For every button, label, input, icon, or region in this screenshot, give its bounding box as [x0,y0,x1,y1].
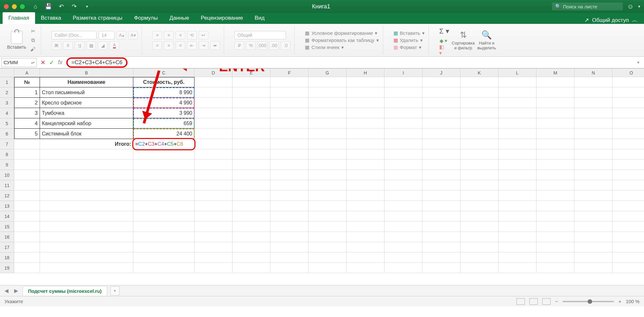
cell[interactable] [308,118,346,129]
cell[interactable] [460,191,498,201]
cell[interactable] [536,253,574,263]
row-10[interactable]: 10 [0,170,14,180]
cell[interactable] [14,242,40,253]
cell[interactable] [384,191,422,201]
cell[interactable] [194,160,232,170]
cell[interactable] [270,201,308,211]
delete-cells-button[interactable]: ▦Удалить ▾ [393,37,425,43]
cell[interactable] [346,222,384,232]
cell[interactable] [14,211,40,222]
cell[interactable] [270,108,308,118]
cell[interactable] [384,263,422,273]
cell[interactable] [536,170,574,180]
cell[interactable] [422,160,460,170]
cell[interactable] [308,253,346,263]
cell[interactable] [422,263,460,273]
col-B[interactable]: B [40,69,133,77]
cell[interactable] [40,191,133,201]
cell[interactable] [346,160,384,170]
col-D[interactable]: D [194,69,232,77]
cell[interactable] [194,180,232,191]
cell[interactable] [232,149,270,160]
cell[interactable] [574,108,612,118]
cell[interactable] [536,129,574,139]
row-12[interactable]: 12 [0,191,14,201]
cell[interactable] [422,118,460,129]
cell[interactable] [384,211,422,222]
view-page-break-icon[interactable] [542,298,551,305]
row-9[interactable]: 9 [0,160,14,170]
cell[interactable] [536,118,574,129]
align-middle-icon[interactable]: ≡ [164,31,174,39]
cell[interactable] [308,191,346,201]
close-window-icon[interactable] [4,4,9,9]
title-chevron-icon[interactable]: ▾ [638,4,640,9]
cell[interactable] [194,129,232,139]
col-M[interactable]: M [536,69,574,77]
cell[interactable] [232,253,270,263]
clear-icon[interactable]: ◧ ▾ [439,46,448,54]
cell[interactable] [536,98,574,108]
cell-B6[interactable]: Системный блок [40,129,133,139]
cell[interactable] [14,149,40,160]
cell[interactable] [612,253,644,263]
cell[interactable] [574,232,612,242]
cell[interactable] [574,129,612,139]
col-K[interactable]: K [460,69,498,77]
tab-page-layout[interactable]: Разметка страницы [67,12,128,24]
align-center-icon[interactable]: ≡ [164,41,174,50]
cell[interactable] [232,118,270,129]
cell[interactable] [194,149,232,160]
cell[interactable] [612,87,644,98]
zoom-out-icon[interactable]: − [555,299,558,304]
cell[interactable] [460,98,498,108]
cell[interactable] [133,160,194,170]
tab-data[interactable]: Данные [164,12,195,24]
bold-button[interactable]: Ж [52,41,61,50]
cell[interactable] [270,211,308,222]
cell[interactable] [270,160,308,170]
font-name-select[interactable]: Calibri (Осн... [52,31,97,39]
cell[interactable] [40,180,133,191]
cell-B4[interactable]: Тумбочка [40,108,133,118]
cell[interactable] [232,211,270,222]
cell[interactable] [574,201,612,211]
fx-icon[interactable]: fx [58,59,62,66]
cell[interactable] [194,222,232,232]
cell[interactable] [384,242,422,253]
cell[interactable] [574,87,612,98]
cell[interactable] [460,263,498,273]
cell[interactable] [612,191,644,201]
cell[interactable] [498,118,536,129]
spreadsheet-grid[interactable]: A B C D E F G H I J K L M N O P 12345678… [0,68,644,285]
row-13[interactable]: 13 [0,201,14,211]
minimize-window-icon[interactable] [12,4,17,9]
cell[interactable] [536,211,574,222]
cell[interactable] [574,139,612,149]
cell[interactable] [194,253,232,263]
search-input[interactable] [563,4,620,9]
collapse-ribbon-icon[interactable]: ︿ [632,16,638,24]
fill-icon[interactable]: ◆ ▾ [439,37,448,45]
view-page-layout-icon[interactable] [529,298,538,305]
cell[interactable] [612,211,644,222]
cell[interactable] [346,87,384,98]
cell[interactable] [194,211,232,222]
cell[interactable] [498,149,536,160]
cell[interactable] [384,232,422,242]
cell-B7[interactable]: Итого: [40,139,133,149]
sheet-nav-next-icon[interactable]: ▶ [13,288,19,294]
row-3[interactable]: 3 [0,98,14,108]
cell[interactable] [133,170,194,180]
select-all-corner[interactable] [0,69,14,77]
cell[interactable] [498,253,536,263]
format-as-table-button[interactable]: ▦Форматировать как таблицу ▾ [305,37,379,43]
cell[interactable] [422,139,460,149]
cell[interactable] [498,201,536,211]
cell[interactable] [133,232,194,242]
borders-button[interactable]: ▦ [86,41,96,50]
cell[interactable] [574,77,612,87]
cell[interactable] [40,201,133,211]
cell[interactable] [270,242,308,253]
cell[interactable] [232,87,270,98]
